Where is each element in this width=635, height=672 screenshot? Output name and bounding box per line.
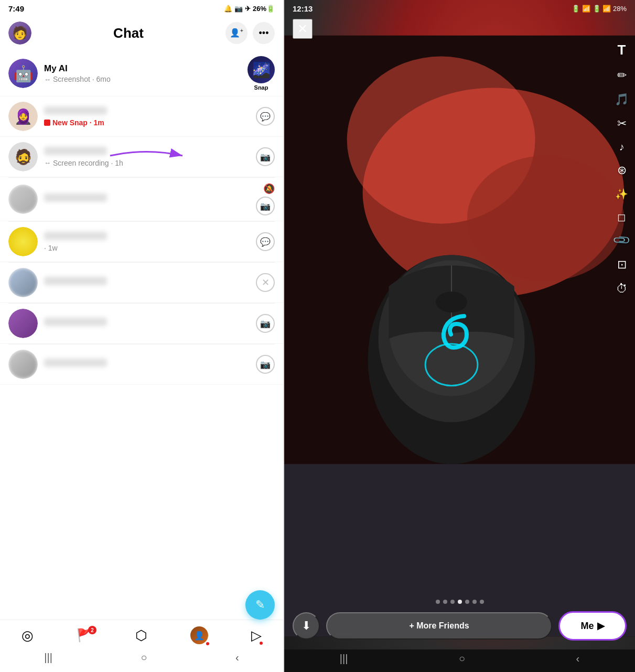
sticker-tool[interactable]: 🎵 (615, 93, 629, 106)
add-friend-button[interactable]: 👤+ (225, 22, 247, 44)
timer-tool[interactable]: ⏱ (616, 282, 628, 296)
friend1-avatar-img: 🧕 (8, 102, 38, 131)
camera-icon-f7: 📷 (260, 360, 271, 370)
svg-point-4 (467, 156, 624, 281)
chat-item-friend5[interactable]: ✕ (0, 263, 283, 303)
battery-left: 26%🔋 (253, 5, 275, 13)
map-icon: ◎ (21, 627, 34, 644)
nav-map[interactable]: ◎ (21, 627, 34, 644)
friend1-sub: New Snap · 1m (44, 118, 250, 127)
home-btn-right[interactable]: ○ (459, 653, 465, 665)
more-friends-button[interactable]: + More Friends (326, 612, 552, 640)
mute-icon: 🔕 (263, 183, 275, 194)
scissors-tool[interactable]: ✂ (617, 117, 627, 131)
recents-btn-left[interactable]: ||| (44, 652, 52, 664)
nav-stories[interactable]: 🚩 2 (77, 628, 92, 643)
profile-dot (206, 642, 209, 645)
chat-bubble-icon-f4: 💬 (260, 237, 271, 247)
chat-item-friend2[interactable]: 🧔 ↔ Screen recording · 1h (0, 137, 283, 177)
svg-rect-11 (284, 464, 635, 636)
camera-icon-friend3[interactable]: 📷 (256, 197, 275, 215)
more-icon: ••• (259, 28, 269, 39)
chat-icon-friend1[interactable]: 💬 (256, 107, 275, 126)
snap-toolbar: T ✏ 🎵 ✂ ♪ ⊛ ✨ ◻ 📎 ⊡ ⏱ (615, 42, 629, 296)
add-friend-icon: 👤+ (230, 28, 243, 38)
airplane-icon: ✈ (245, 5, 251, 13)
friend4-right: 💬 (256, 232, 275, 251)
camera-icon-friend6[interactable]: 📷 (256, 314, 275, 333)
friend4-avatar (8, 227, 38, 256)
friend3-name-blurred (44, 193, 107, 202)
chat-item-friend4[interactable]: · 1w 💬 (0, 222, 283, 262)
eraser-tool[interactable]: ◻ (617, 211, 626, 223)
purple-arrow-annotation (105, 145, 189, 168)
dot-6 (472, 600, 477, 604)
chat-bubble-icon: 💬 (260, 112, 271, 122)
nav-profile[interactable]: 👤 (190, 626, 208, 644)
chat-item-friend1[interactable]: 🧕 New Snap · 1m 💬 (0, 96, 283, 137)
friend4-sub: · 1w (44, 244, 250, 252)
friend6-avatar-img (8, 309, 38, 338)
lens-tool[interactable]: ⊛ (617, 164, 627, 177)
snap-badge-circle: 🌌 (247, 56, 275, 83)
text-tool[interactable]: T (618, 42, 626, 58)
signal-icon-right: 📶 (582, 5, 590, 13)
friend1-name-blurred (44, 106, 107, 115)
friend7-avatar (8, 350, 38, 379)
friend7-avatar-img (8, 350, 38, 379)
friend5-avatar-img (8, 268, 38, 297)
bottom-nav: ◎ 🚩 2 ⬡ 👤 ▷ (0, 620, 283, 647)
recents-btn-right[interactable]: ||| (340, 653, 348, 665)
screen-rec-icon: ↔ (44, 159, 51, 167)
dot-5 (465, 600, 469, 604)
friend7-name-blurred (44, 359, 107, 367)
friend2-avatar-img: 🧔 (8, 142, 38, 171)
camera-icon-f6: 📷 (260, 319, 271, 329)
crop-tool[interactable]: ⊡ (617, 258, 627, 272)
magic-tool[interactable]: ✨ (615, 188, 628, 200)
home-btn-left[interactable]: ○ (141, 652, 147, 664)
download-icon: ⬇ (302, 619, 311, 633)
user-avatar[interactable]: 🧑 (8, 21, 31, 45)
chat-item-my-ai[interactable]: 🤖 My AI ↔ Screenshot · 6mo 🌌 Snap (0, 51, 283, 96)
friend4-name-blurred (44, 232, 107, 240)
compose-fab[interactable]: ✎ (245, 590, 275, 620)
snap-bottom-actions: ⬇ + More Friends Me ▶ (284, 611, 635, 641)
friend3-avatar-img (8, 185, 38, 214)
friend3-info (44, 193, 250, 205)
back-btn-right[interactable]: ‹ (576, 653, 580, 665)
friend5-name-blurred (44, 277, 107, 285)
close-icon-friend5[interactable]: ✕ (256, 273, 275, 292)
screenshot-icon: ↔ (44, 75, 51, 83)
music-tool[interactable]: ♪ (619, 141, 625, 153)
camera-icon-friend7[interactable]: 📷 (256, 355, 275, 374)
profile-avatar: 👤 (190, 626, 208, 644)
sys-nav-right: ||| ○ ‹ (284, 649, 635, 672)
download-button[interactable]: ⬇ (293, 612, 320, 640)
back-btn-left[interactable]: ‹ (235, 652, 239, 664)
snap-badge-icon: 🌌 (252, 61, 271, 79)
chat-item-friend7[interactable]: 📷 (0, 344, 283, 385)
nav-camera[interactable]: ⬡ (135, 627, 147, 644)
more-options-button[interactable]: ••• (253, 22, 275, 44)
close-snap-button[interactable]: ✕ (293, 19, 313, 39)
attach-tool[interactable]: 📎 (612, 231, 631, 250)
chat-icon-friend4[interactable]: 💬 (256, 232, 275, 251)
friend3-name (44, 193, 250, 204)
friend4-info: · 1w (44, 232, 250, 252)
dot-1 (436, 600, 440, 604)
me-label: Me (580, 621, 594, 632)
header-icons: 👤+ ••• (225, 22, 275, 44)
camera-icon-friend2[interactable]: 📷 (256, 147, 275, 166)
status-bar-right: 12:13 🔋 📶 🔋 📶 28% (284, 0, 635, 17)
friend7-right: 📷 (256, 355, 275, 374)
snap-badge: 🌌 Snap (247, 56, 275, 91)
more-friends-label: + More Friends (409, 621, 469, 631)
me-button[interactable]: Me ▶ (558, 611, 627, 641)
friend1-right: 💬 (256, 107, 275, 126)
chat-item-friend6[interactable]: 📷 (0, 304, 283, 344)
friend6-avatar (8, 309, 38, 338)
pencil-tool[interactable]: ✏ (617, 69, 627, 82)
chat-item-friend3[interactable]: 🔕 📷 (0, 178, 283, 221)
nav-spotlight[interactable]: ▷ (251, 627, 262, 644)
